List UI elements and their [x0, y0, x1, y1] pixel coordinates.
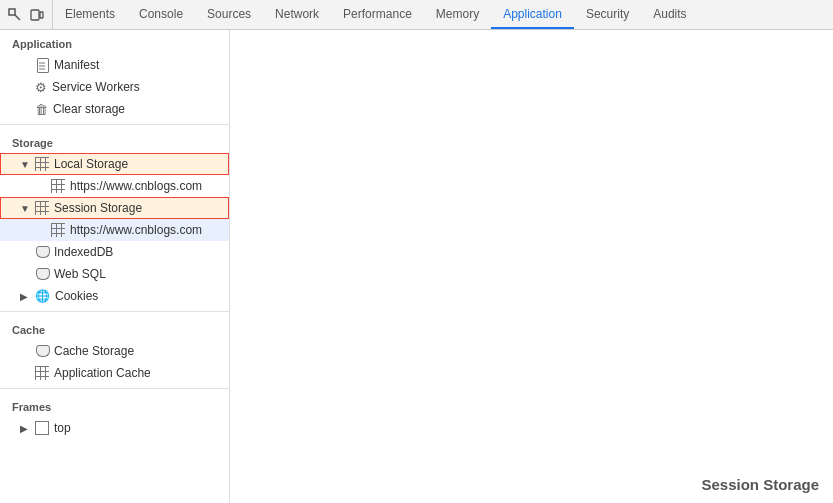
section-label-cache: Cache: [0, 316, 229, 340]
grid-icon-local: [35, 157, 49, 171]
manifest-icon: [35, 58, 49, 72]
top-frame-label: top: [54, 421, 71, 435]
svg-rect-3: [40, 12, 43, 18]
svg-rect-0: [9, 9, 15, 15]
db-icon-cache: [35, 344, 49, 358]
toolbar-icons: [0, 0, 53, 29]
trash-icon: 🗑: [35, 102, 48, 117]
sidebar-item-local-storage[interactable]: ▼ Local Storage: [0, 153, 229, 175]
sidebar-item-session-storage[interactable]: ▼ Session Storage: [0, 197, 229, 219]
service-workers-label: Service Workers: [52, 80, 140, 94]
arrow-cache-storage: [20, 346, 30, 357]
local-storage-label: Local Storage: [54, 157, 128, 171]
cookies-label: Cookies: [55, 289, 98, 303]
manifest-label: Manifest: [54, 58, 99, 72]
tab-security[interactable]: Security: [574, 0, 641, 29]
sidebar-item-indexeddb[interactable]: IndexedDB: [0, 241, 229, 263]
tree-arrow-manifest: [20, 60, 30, 71]
sidebar-item-app-cache[interactable]: Application Cache: [0, 362, 229, 384]
sidebar-item-cookies[interactable]: ▶ 🌐 Cookies: [0, 285, 229, 307]
divider-2: [0, 311, 229, 312]
tab-console[interactable]: Console: [127, 0, 195, 29]
arrow-session-cnblogs: [36, 225, 46, 236]
arrow-app-cache: [20, 368, 30, 379]
sidebar-item-cache-storage[interactable]: Cache Storage: [0, 340, 229, 362]
arrow-top-frame: ▶: [20, 423, 30, 434]
clear-storage-label: Clear storage: [53, 102, 125, 116]
section-label-application: Application: [0, 30, 229, 54]
db-icon-websql: [35, 267, 49, 281]
section-label-frames: Frames: [0, 393, 229, 417]
tab-bar: Elements Console Sources Network Perform…: [53, 0, 699, 29]
arrow-local-cnblogs: [36, 181, 46, 192]
tab-performance[interactable]: Performance: [331, 0, 424, 29]
sidebar-item-manifest[interactable]: Manifest: [0, 54, 229, 76]
sidebar-item-local-cnblogs[interactable]: https://www.cnblogs.com: [0, 175, 229, 197]
local-cnblogs-label: https://www.cnblogs.com: [70, 179, 202, 193]
globe-icon-cookies: 🌐: [35, 289, 50, 303]
db-icon-indexeddb: [35, 245, 49, 259]
main-area: Application Manifest ⚙ Service Workers 🗑…: [0, 30, 833, 503]
sidebar-item-websql[interactable]: Web SQL: [0, 263, 229, 285]
grid-icon-session: [35, 201, 49, 215]
indexeddb-label: IndexedDB: [54, 245, 113, 259]
top-toolbar: Elements Console Sources Network Perform…: [0, 0, 833, 30]
arrow-cookies: ▶: [20, 291, 30, 302]
tab-sources[interactable]: Sources: [195, 0, 263, 29]
tree-arrow-clear: [20, 104, 30, 115]
grid-icon-session-cnblogs: [51, 223, 65, 237]
inspect-icon[interactable]: [6, 6, 24, 24]
sidebar-item-clear-storage[interactable]: 🗑 Clear storage: [0, 98, 229, 120]
content-panel: Session Storage: [230, 30, 833, 503]
session-cnblogs-label: https://www.cnblogs.com: [70, 223, 202, 237]
sidebar-item-service-workers[interactable]: ⚙ Service Workers: [0, 76, 229, 98]
sidebar-item-session-cnblogs[interactable]: https://www.cnblogs.com: [0, 219, 229, 241]
grid-icon-local-cnblogs: [51, 179, 65, 193]
grid-icon-app-cache: [35, 366, 49, 380]
tab-memory[interactable]: Memory: [424, 0, 491, 29]
divider-3: [0, 388, 229, 389]
websql-label: Web SQL: [54, 267, 106, 281]
frame-icon-top: [35, 421, 49, 435]
sidebar: Application Manifest ⚙ Service Workers 🗑…: [0, 30, 230, 503]
tree-arrow-sw: [20, 82, 30, 93]
sidebar-item-top-frame[interactable]: ▶ top: [0, 417, 229, 439]
section-label-storage: Storage: [0, 129, 229, 153]
svg-line-1: [15, 15, 20, 20]
tab-elements[interactable]: Elements: [53, 0, 127, 29]
tab-application[interactable]: Application: [491, 0, 574, 29]
tab-network[interactable]: Network: [263, 0, 331, 29]
arrow-session-storage: ▼: [20, 203, 30, 214]
tab-audits[interactable]: Audits: [641, 0, 698, 29]
divider-1: [0, 124, 229, 125]
arrow-local-storage: ▼: [20, 159, 30, 170]
app-cache-label: Application Cache: [54, 366, 151, 380]
cache-storage-label: Cache Storage: [54, 344, 134, 358]
gear-icon: ⚙: [35, 80, 47, 95]
arrow-websql: [20, 269, 30, 280]
svg-rect-2: [31, 10, 39, 20]
arrow-indexeddb: [20, 247, 30, 258]
session-storage-label: Session Storage: [54, 201, 142, 215]
content-bottom-label: Session Storage: [701, 476, 819, 493]
device-icon[interactable]: [28, 6, 46, 24]
